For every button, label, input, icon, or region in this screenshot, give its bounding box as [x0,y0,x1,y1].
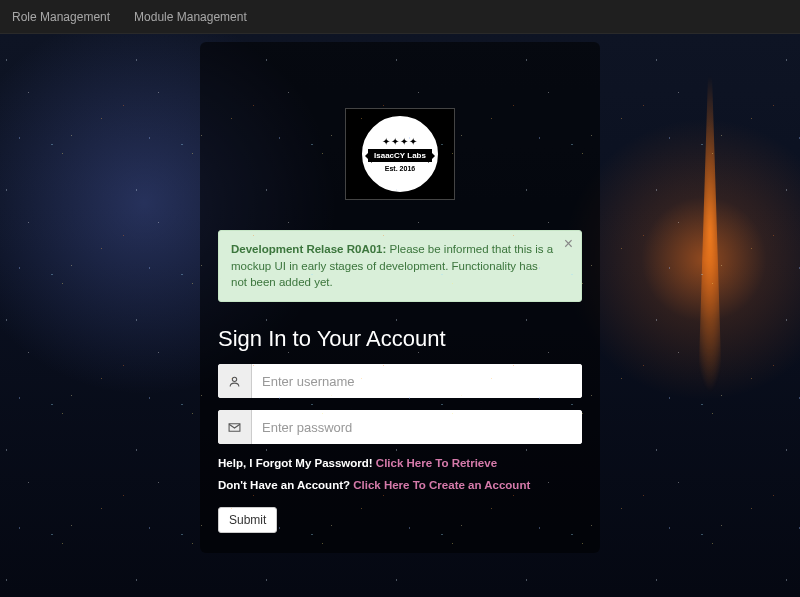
logo-container: ✦✦✦✦ IsaacCY Labs Est. 2016 [218,108,582,200]
forgot-password-line: Help, I Forgot My Password! Click Here T… [218,456,582,472]
create-account-link[interactable]: Click Here To Create an Account [353,479,530,491]
alert-close-button[interactable]: × [564,235,573,253]
login-card: ✦✦✦✦ IsaacCY Labs Est. 2016 × Developmen… [200,42,600,553]
dev-release-alert: × Development Relase R0A01: Please be in… [218,230,582,302]
nav-link-role-management[interactable]: Role Management [12,10,110,24]
logo-stars-icon: ✦✦✦✦ [382,136,418,147]
signup-line: Don't Have an Account? Click Here To Cre… [218,478,582,494]
username-input-group [218,364,582,398]
logo-est-text: Est. 2016 [385,165,415,172]
forgot-password-link[interactable]: Click Here To Retrieve [376,457,497,469]
submit-button[interactable]: Submit [218,507,277,533]
signup-prefix: Don't Have an Account? [218,479,353,491]
forgot-prefix: Help, I Forgot My Password! [218,457,376,469]
signin-heading: Sign In to Your Account [218,326,582,352]
tower-glow [690,74,730,394]
top-navbar: Role Management Module Management [0,0,800,34]
alert-body-text: Please be informed that this is a mockup… [231,243,553,288]
logo-banner-text: IsaacCY Labs [368,149,432,162]
password-input[interactable] [252,410,582,444]
background-city: ✦✦✦✦ IsaacCY Labs Est. 2016 × Developmen… [0,34,800,597]
alert-strong-text: Development Relase R0A01: [231,243,386,255]
nav-link-module-management[interactable]: Module Management [134,10,247,24]
svg-point-0 [232,377,236,381]
envelope-icon [218,410,252,444]
user-icon [218,364,252,398]
username-input[interactable] [252,364,582,398]
password-input-group [218,410,582,444]
brand-logo: ✦✦✦✦ IsaacCY Labs Est. 2016 [345,108,455,200]
